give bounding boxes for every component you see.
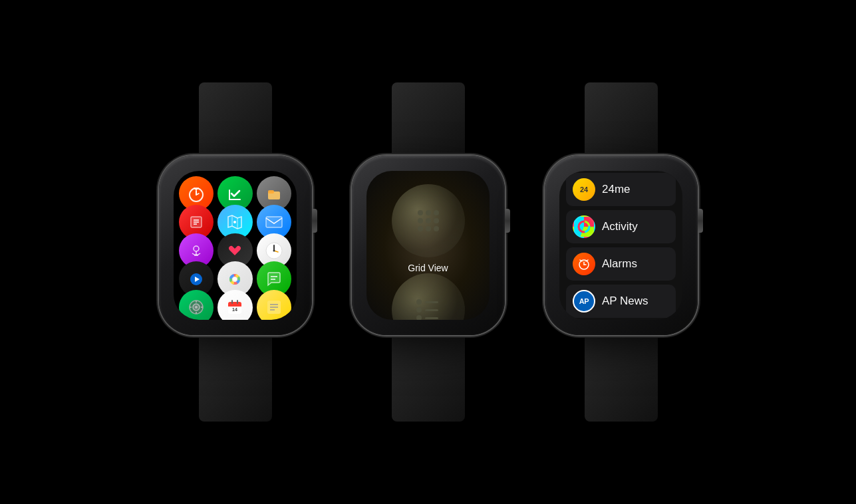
svg-rect-6 (268, 190, 274, 193)
svg-point-22 (273, 249, 275, 251)
app-notes-icon[interactable] (257, 290, 291, 320)
label-24me: 24me (602, 183, 631, 196)
band-bottom-1 (199, 335, 272, 422)
app-calendar-icon[interactable]: 14 (217, 290, 252, 320)
watch-body-1: 14 (159, 156, 312, 335)
watch-body-2: Grid View List View (352, 156, 505, 335)
icon-activity (573, 215, 595, 238)
band-top-2 (392, 82, 465, 156)
icon-apnews-text: AP (579, 297, 589, 305)
grid-view-button[interactable] (392, 184, 465, 257)
app-grid: 14 (174, 171, 297, 320)
list-item-activity[interactable]: Activity (566, 210, 676, 243)
grid-view-icon (418, 210, 439, 231)
list-view-icon (416, 299, 440, 320)
icon-24me-text: 24 (580, 186, 588, 193)
band-top-1 (199, 82, 272, 156)
band-top-3 (585, 82, 658, 156)
svg-point-38 (195, 306, 198, 309)
svg-point-16 (194, 246, 199, 251)
icon-alarms (573, 253, 595, 275)
app-list-screen: 24 24me Activity (559, 171, 682, 320)
icon-24me: 24 (573, 178, 595, 201)
svg-text:14: 14 (233, 307, 238, 312)
label-apnews: AP News (602, 295, 648, 308)
icon-apnews: AP (573, 290, 595, 313)
list-item-apnews[interactable]: AP AP News (566, 285, 676, 318)
list-item-alarms[interactable]: Alarms (566, 247, 676, 281)
watch-3: 24 24me Activity (545, 82, 698, 422)
watch-2: Grid View List View (352, 82, 505, 422)
svg-point-33 (233, 277, 237, 281)
watch-screen-3: 24 24me Activity (559, 171, 682, 320)
svg-rect-15 (266, 217, 282, 227)
view-options-screen: Grid View List View (366, 171, 490, 320)
label-activity: Activity (602, 220, 638, 233)
list-item-24me[interactable]: 24 24me (566, 173, 676, 206)
list-view-button[interactable] (392, 273, 465, 320)
svg-point-14 (233, 221, 236, 223)
grid-view-label: Grid View (408, 263, 448, 273)
watch-screen-1: 14 (174, 171, 297, 320)
app-settings-icon[interactable] (179, 290, 214, 320)
svg-rect-45 (228, 305, 241, 307)
band-bottom-2 (392, 335, 465, 422)
watch-body-3: 24 24me Activity (545, 156, 698, 335)
band-bottom-3 (585, 335, 658, 422)
watch-1: 14 (159, 82, 312, 422)
watch-screen-2: Grid View List View (366, 171, 490, 320)
label-alarms: Alarms (602, 257, 637, 271)
